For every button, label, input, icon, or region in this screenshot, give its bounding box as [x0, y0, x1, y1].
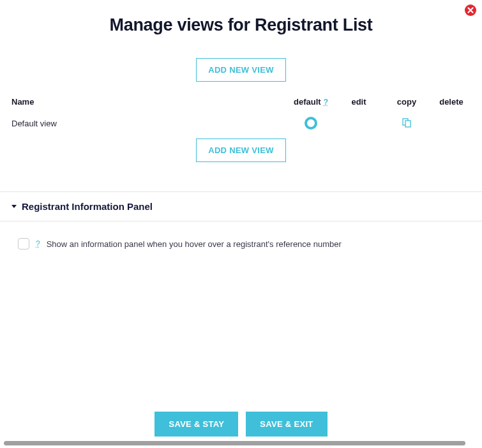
info-panel-label: Show an information panel when you hover… [47, 239, 342, 249]
view-row: Default view [0, 114, 482, 138]
col-copy-header: copy [381, 97, 432, 107]
caret-down-icon [11, 205, 17, 208]
svg-rect-2 [405, 121, 410, 127]
col-edit-header: edit [336, 97, 381, 107]
add-new-view-bottom-button[interactable]: ADD NEW VIEW [196, 138, 286, 162]
add-new-view-top-button[interactable]: ADD NEW VIEW [196, 58, 286, 82]
close-button[interactable] [464, 4, 477, 17]
registrant-info-section-header[interactable]: Registrant Information Panel [0, 192, 482, 221]
info-panel-checkbox[interactable] [18, 238, 29, 250]
horizontal-scrollbar[interactable] [4, 441, 465, 445]
help-icon[interactable]: ? [324, 98, 328, 107]
views-table-header: Name default ? edit copy delete [0, 97, 482, 107]
default-radio[interactable] [305, 117, 317, 130]
section-title: Registrant Information Panel [22, 201, 153, 212]
manage-views-modal: Manage views for Registrant List ADD NEW… [0, 0, 482, 448]
info-panel-option-row: ? Show an information panel when you hov… [0, 221, 482, 266]
help-icon[interactable]: ? [36, 239, 40, 248]
save-and-stay-button[interactable]: SAVE & STAY [154, 412, 238, 437]
col-name-header: Name [11, 97, 285, 107]
col-default-header: default [294, 97, 321, 107]
view-name: Default view [11, 119, 285, 128]
modal-title: Manage views for Registrant List [0, 15, 482, 35]
col-delete-header: delete [432, 97, 471, 107]
save-and-exit-button[interactable]: SAVE & EXIT [246, 412, 327, 437]
copy-icon[interactable] [402, 117, 412, 128]
modal-footer: SAVE & STAY SAVE & EXIT [0, 412, 482, 437]
